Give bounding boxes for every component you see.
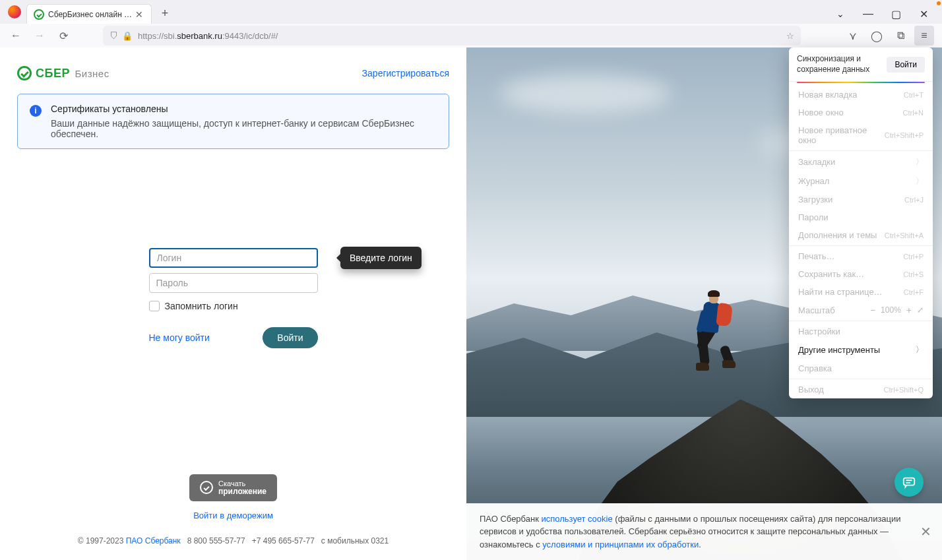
register-link[interactable]: Зарегистрироваться <box>362 68 449 78</box>
banner-desc: Ваши данные надёжно защищены, доступ к и… <box>51 118 437 139</box>
lock-icon[interactable]: 🔒 <box>122 31 133 41</box>
menu-item-history[interactable]: Журнал〉 <box>789 171 933 191</box>
hiker-illustration <box>684 277 743 389</box>
window-close-icon[interactable]: ✕ <box>910 4 937 24</box>
menu-item-print[interactable]: Печать…Ctrl+P <box>789 247 933 265</box>
menu-item-save-as[interactable]: Сохранить как…Ctrl+S <box>789 265 933 283</box>
banner-title: Сертификаты установлены <box>51 104 437 114</box>
menu-item-downloads[interactable]: ЗагрузкиCtrl+J <box>789 191 933 208</box>
extensions-icon[interactable]: ⧉ <box>891 26 910 46</box>
remember-label: Запомнить логин <box>165 301 238 311</box>
cookie-terms-link[interactable]: условиями и принципами их обработки <box>542 540 699 549</box>
browser-toolbar: ← → ⟳ ⛉ 🔒 https://sbi.sberbank.ru:9443/i… <box>0 24 942 47</box>
window-minimize-icon[interactable]: — <box>855 4 881 24</box>
cant-login-link[interactable]: Не могу войти <box>149 332 210 343</box>
svg-rect-0 <box>904 478 915 485</box>
tab-close-icon[interactable]: ✕ <box>134 9 144 20</box>
zoom-percent: 100% <box>881 305 901 315</box>
footer-company-link[interactable]: ПАО Сбербанк <box>126 536 181 545</box>
certificate-banner: i Сертификаты установлены Ваши данные на… <box>17 94 449 149</box>
download-icon <box>200 481 213 494</box>
bookmark-star-icon[interactable]: ☆ <box>786 31 794 41</box>
menu-gradient-divider <box>797 82 925 83</box>
window-maximize-icon[interactable]: ▢ <box>883 4 909 24</box>
tab-title: СберБизнес онлайн вход в ли <box>48 10 134 19</box>
menu-item-passwords[interactable]: Пароли <box>789 208 933 226</box>
firefox-icon <box>8 5 21 18</box>
menu-item-help[interactable]: Справка <box>789 359 933 377</box>
tracking-shield-icon[interactable]: ⛉ <box>110 31 118 41</box>
tab-strip: СберБизнес онлайн вход в ли ✕ + ⌄ — ▢ ✕ <box>0 0 942 24</box>
info-icon: i <box>30 105 42 117</box>
firefox-menu: Синхронизация и сохранение данных Войти … <box>789 47 933 398</box>
menu-item-settings[interactable]: Настройки <box>789 323 933 340</box>
remember-checkbox[interactable] <box>149 301 160 311</box>
menu-item-zoom: Масштаб − 100% + ⤢ <box>789 301 933 319</box>
menu-sync-login-button[interactable]: Войти <box>887 57 925 73</box>
sber-logo-icon <box>17 66 32 80</box>
cookie-banner: ПАО Сбербанк использует cookie (файлы с … <box>466 503 942 561</box>
login-pane: СБЕР Бизнес Зарегистрироваться i Сертифи… <box>0 47 466 560</box>
nav-back-icon[interactable]: ← <box>5 26 26 46</box>
tab-favicon-icon <box>34 9 44 20</box>
hamburger-menu-icon[interactable]: ≡ <box>914 26 934 46</box>
new-tab-button[interactable]: + <box>156 4 174 22</box>
chat-fab-button[interactable] <box>895 468 924 497</box>
menu-item-new-window[interactable]: Новое окноCtrl+N <box>789 104 933 121</box>
tabs-dropdown-icon[interactable]: ⌄ <box>827 4 854 24</box>
menu-item-exit[interactable]: ВыходCtrl+Shift+Q <box>789 381 933 398</box>
menu-item-more-tools[interactable]: Другие инструменты〉 <box>789 340 933 359</box>
url-text: https://sbi.sberbank.ru:9443/ic/dcb/#/ <box>138 31 781 41</box>
sber-logo: СБЕР Бизнес <box>17 66 110 80</box>
url-bar[interactable]: ⛉ 🔒 https://sbi.sberbank.ru:9443/ic/dcb/… <box>103 26 801 46</box>
fullscreen-icon[interactable]: ⤢ <box>917 305 924 315</box>
cookie-close-icon[interactable]: ✕ <box>920 522 931 542</box>
zoom-in-icon[interactable]: + <box>906 305 912 315</box>
window-controls: ⌄ — ▢ ✕ <box>827 4 942 24</box>
nav-forward-icon: → <box>29 26 50 46</box>
password-input[interactable] <box>149 273 318 293</box>
remember-login-row[interactable]: Запомнить логин <box>149 301 318 311</box>
login-tooltip: Введите логин <box>340 247 422 269</box>
login-button[interactable]: Войти <box>263 327 317 348</box>
account-icon[interactable]: ◯ <box>867 26 887 46</box>
menu-item-new-private[interactable]: Новое приватное окноCtrl+Shift+P <box>789 121 933 149</box>
chat-icon <box>902 475 916 489</box>
zoom-out-icon[interactable]: − <box>870 305 875 315</box>
menu-sync-row: Синхронизация и сохранение данных Войти <box>789 47 933 82</box>
menu-item-addons[interactable]: Дополнения и темыCtrl+Shift+A <box>789 226 933 244</box>
notification-dot-icon <box>937 1 941 5</box>
pocket-icon[interactable]: ⋎ <box>843 26 863 46</box>
login-input[interactable] <box>149 248 318 268</box>
demo-mode-link[interactable]: Войти в деморежим <box>193 511 273 520</box>
menu-sync-text: Синхронизация и сохранение данных <box>797 54 887 75</box>
browser-tab[interactable]: СберБизнес онлайн вход в ли ✕ <box>26 4 152 24</box>
menu-item-find[interactable]: Найти на странице…Ctrl+F <box>789 283 933 301</box>
menu-item-new-tab[interactable]: Новая вкладкаCtrl+T <box>789 86 933 104</box>
menu-item-bookmarks[interactable]: Закладки〉 <box>789 152 933 171</box>
nav-reload-icon[interactable]: ⟳ <box>53 26 74 46</box>
footer: © 1997-2023 ПАО Сбербанк 8 800 555-57-77… <box>78 536 389 545</box>
cookie-uses-link[interactable]: использует cookie <box>541 514 612 524</box>
download-app-button[interactable]: Скачать приложение <box>189 474 277 501</box>
